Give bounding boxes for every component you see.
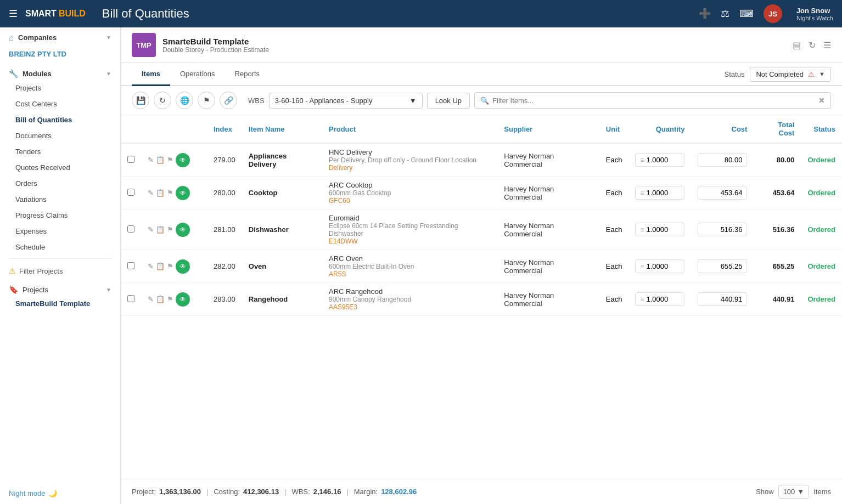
refresh-icon[interactable]: ↻ (809, 40, 816, 50)
sidebar-item-orders[interactable]: Orders (0, 175, 120, 191)
flag-icon[interactable]: ⚑ (167, 262, 173, 270)
row-actions-cell: ✎ 📋 ⚑ 👁 (141, 283, 207, 316)
grid-icon[interactable]: ⌨ (739, 8, 754, 20)
hierarchy-toolbar-btn[interactable]: 🌐 (176, 92, 193, 109)
row-checkbox[interactable] (127, 295, 134, 302)
projects-arrow-icon: ▼ (106, 287, 111, 293)
sidebar-item-variations[interactable]: Variations (0, 191, 120, 207)
eye-icon[interactable]: 👁 (176, 259, 190, 274)
show-select[interactable]: 100 ▼ (778, 485, 810, 499)
calculator-icon[interactable]: ▤ (793, 40, 801, 50)
projects-label: Projects (23, 286, 48, 294)
eye-icon[interactable]: 👁 (176, 223, 190, 237)
row-checkbox[interactable] (127, 262, 134, 269)
eye-icon[interactable]: 👁 (176, 186, 190, 200)
add-icon[interactable]: ➕ (699, 8, 711, 20)
sidebar-projects-toggle[interactable]: 🔖 Projects ▼ (0, 280, 120, 296)
lookup-button[interactable]: Look Up (427, 93, 470, 109)
col-status: Status (801, 115, 842, 143)
quantity-input[interactable] (646, 295, 679, 303)
status-info-icon: ⚠ (808, 70, 815, 78)
tab-items[interactable]: Items (132, 63, 170, 86)
row-checkbox[interactable] (127, 189, 134, 196)
sidebar-project-item[interactable]: SmarteBuild Template (0, 296, 120, 311)
wbs-stat-val: 2,146.16 (313, 488, 341, 496)
project-info: TMP SmarteBuild Template Double Storey -… (132, 33, 269, 57)
sidebar-company-name[interactable]: BREINZ PTY LTD (0, 48, 120, 64)
costing-stat-label: Costing: (214, 488, 240, 496)
edit-icon[interactable]: ✎ (148, 225, 154, 234)
flag-icon[interactable]: ⚑ (167, 156, 173, 164)
sidebar-item-cost-centers-label: Cost Centers (15, 100, 57, 108)
row-checkbox[interactable] (127, 156, 134, 163)
row-checkbox[interactable] (127, 225, 134, 233)
sidebar-item-quotes-received[interactable]: Quotes Received (0, 160, 120, 175)
sidebar-filter-projects[interactable]: ⚠ Filter Projects (0, 262, 120, 280)
cost-input[interactable] (698, 259, 747, 273)
night-mode-toggle[interactable]: Night mode 🌙 (0, 483, 120, 504)
cost-input[interactable] (698, 223, 747, 236)
status-dropdown[interactable]: Not Completed ⚠ ▼ (750, 67, 831, 82)
quantity-input[interactable] (646, 189, 679, 197)
sidebar-item-schedule[interactable]: Schedule (0, 239, 120, 255)
edit-icon[interactable]: ✎ (148, 189, 154, 197)
sidebar-companies-toggle[interactable]: ⌂ Companies ▼ (0, 27, 120, 48)
quantity-input[interactable] (646, 225, 679, 234)
filter-input[interactable] (492, 97, 815, 105)
row-total-cost: 453.64 (754, 177, 801, 209)
cost-input[interactable] (698, 292, 747, 306)
cost-input[interactable] (698, 153, 747, 167)
row-index: 281.00 (207, 209, 242, 250)
hamburger-icon[interactable]: ☰ (9, 8, 18, 20)
edit-icon[interactable]: ✎ (148, 295, 154, 303)
wbs-select[interactable]: 3-60-160 - Appliances - Supply ▼ (269, 93, 423, 109)
list-icon[interactable]: ☰ (823, 40, 831, 50)
sidebar-item-documents[interactable]: Documents (0, 128, 120, 144)
project-subtitle: Double Storey - Production Estimate (162, 46, 269, 54)
copy-icon[interactable]: 📋 (156, 225, 165, 234)
edit-icon[interactable]: ✎ (148, 262, 154, 270)
save-toolbar-btn[interactable]: 💾 (132, 92, 149, 109)
user-avatar[interactable]: JS (764, 4, 782, 23)
copy-icon[interactable]: 📋 (156, 189, 165, 197)
cost-input[interactable] (698, 186, 747, 200)
copy-icon[interactable]: 📋 (156, 262, 165, 270)
quantity-input[interactable] (646, 262, 679, 270)
tab-reports[interactable]: Reports (225, 63, 270, 86)
flag-toolbar-btn[interactable]: ⚑ (198, 92, 215, 109)
sidebar-item-cost-centers[interactable]: Cost Centers (0, 96, 120, 112)
tabs: Items Operations Reports (132, 63, 270, 85)
link-toolbar-btn[interactable]: 🔗 (220, 92, 237, 109)
flag-icon[interactable]: ⚑ (167, 225, 173, 234)
row-quantity-cell: ≡ (628, 283, 691, 316)
sidebar-item-tenders[interactable]: Tenders (0, 144, 120, 160)
wifi-icon[interactable]: ⚖ (721, 8, 729, 20)
flag-icon[interactable]: ⚑ (167, 295, 173, 303)
edit-icon[interactable]: ✎ (148, 156, 154, 164)
row-status: Ordered (801, 250, 842, 283)
show-arrow-icon: ▼ (797, 488, 804, 496)
sidebar-item-progress-claims[interactable]: Progress Claims (0, 207, 120, 223)
modules-arrow-icon: ▼ (106, 71, 111, 77)
flag-icon[interactable]: ⚑ (167, 189, 173, 197)
sidebar-item-expenses[interactable]: Expenses (0, 223, 120, 239)
eye-icon[interactable]: 👁 (176, 292, 190, 307)
user-info: Jon Snow Night's Watch (796, 7, 833, 21)
items-label: Items (813, 488, 831, 496)
eye-icon[interactable]: 👁 (176, 153, 190, 167)
sidebar-modules-toggle[interactable]: 🔧 Modules ▼ (0, 64, 120, 80)
table-row: ✎ 📋 ⚑ 👁 281.00 Dishwasher Euromaid Eclip… (121, 209, 842, 250)
copy-icon[interactable]: 📋 (156, 295, 165, 303)
row-actions-cell: ✎ 📋 ⚑ 👁 (141, 177, 207, 209)
sidebar-item-projects[interactable]: Projects (0, 80, 120, 96)
status-area: Status Not Completed ⚠ ▼ (725, 67, 831, 82)
refresh-toolbar-btn[interactable]: ↻ (154, 92, 171, 109)
companies-arrow-icon: ▼ (106, 35, 111, 41)
sidebar-item-bill-of-quantities[interactable]: Bill of Quantities (0, 112, 120, 128)
tab-operations[interactable]: Operations (170, 63, 225, 86)
search-clear-icon[interactable]: ✖ (818, 96, 825, 105)
copy-icon[interactable]: 📋 (156, 156, 165, 164)
quantity-input[interactable] (646, 156, 679, 164)
row-product: ARC Rangehood 900mm Canopy Rangehood AAS… (322, 283, 497, 316)
sidebar: ⌂ Companies ▼ BREINZ PTY LTD 🔧 Modules ▼… (0, 27, 121, 504)
